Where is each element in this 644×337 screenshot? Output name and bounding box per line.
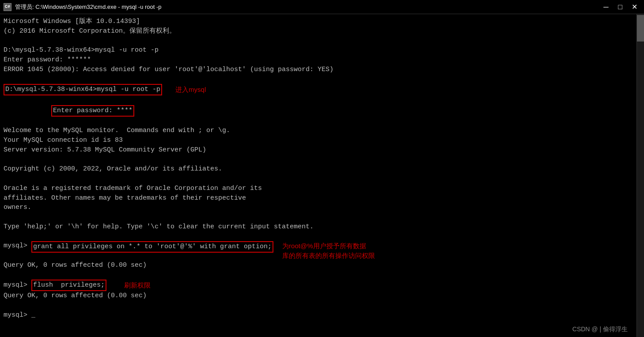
grant-cmd: grant all privileges on *.* to 'root'@'%… — [31, 241, 273, 253]
watermark: CSDN @ | 偷得浮生 — [572, 325, 628, 333]
line-blank-7 — [4, 270, 633, 280]
line-oracle2: affiliates. Other names may be trademark… — [4, 193, 633, 203]
line-win-version: Microsoft Windows [版本 10.0.14393] — [4, 17, 633, 27]
line-blank-5 — [4, 212, 633, 222]
line-blank-8 — [4, 301, 633, 310]
titlebar: C# 管理员: C:\Windows\System32\cmd.exe - my… — [0, 0, 644, 14]
grant-cmd-line: mysql> grant all privileges on *.* to 'r… — [4, 241, 375, 261]
line-server-version: Server version: 5.7.38 MySQL Community S… — [4, 145, 633, 155]
flush-block: mysql> flush privileges; 刷新权限 — [4, 280, 633, 291]
flush-cmd-line: mysql> flush privileges; 刷新权限 — [4, 280, 151, 291]
line-blank-2 — [4, 75, 633, 84]
grant-left: mysql> grant all privileges on *.* to 'r… — [4, 241, 375, 261]
line-prompt: mysql> _ — [4, 310, 633, 320]
password-line: Enter password: **** — [51, 105, 134, 117]
enter-mysql-block: D:\mysql-5.7.38-winx64>mysql -u root -p … — [4, 84, 633, 126]
window: C# 管理员: C:\Windows\System32\cmd.exe - my… — [0, 0, 644, 337]
close-button[interactable]: ✕ — [628, 2, 640, 12]
grant-block: mysql> grant all privileges on *.* to 'r… — [4, 241, 633, 261]
grant-annotation: 为root@%用户授予所有数据 库的所有表的所有操作访问权限 — [282, 241, 375, 261]
line-copyright: Copyright (c) 2000, 2022, Oracle and/or … — [4, 164, 633, 174]
enter-mysql-lines: D:\mysql-5.7.38-winx64>mysql -u root -p … — [4, 84, 206, 126]
window-body: Microsoft Windows [版本 10.0.14393] (c) 20… — [0, 14, 644, 337]
maximize-button[interactable]: □ — [614, 2, 626, 12]
line-grant-ok: Query OK, 0 rows affected (0.00 sec) — [4, 261, 633, 270]
minimize-button[interactable]: ─ — [600, 2, 612, 12]
line-win-copyright: (c) 2016 Microsoft Corporation。保留所有权利。 — [4, 27, 633, 36]
terminal: Microsoft Windows [版本 10.0.14393] (c) 20… — [0, 14, 636, 337]
line-blank-3 — [4, 155, 633, 165]
line-error: ERROR 1045 (28000): Access denied for us… — [4, 65, 633, 75]
scrollbar-thumb[interactable] — [637, 15, 644, 42]
window-controls: ─ □ ✕ — [600, 2, 640, 12]
line-flush-ok: Query OK, 0 rows affected (0.00 sec) — [4, 291, 633, 301]
cmd-icon: C# — [4, 3, 11, 11]
line-oracle1: Oracle is a registered trademark of Orac… — [4, 184, 633, 193]
flush-cmd: flush privileges; — [31, 280, 106, 291]
line-connection-id: Your MySQL connection id is 83 — [4, 136, 633, 145]
line-blank-1 — [4, 36, 633, 46]
annotation-enter-mysql: 进入mysql — [175, 85, 206, 95]
line-help: Type 'help;' or '\h' for help. Type '\c'… — [4, 222, 633, 232]
enter-mysql-cmd: D:\mysql-5.7.38-winx64>mysql -u root -p — [4, 84, 162, 95]
titlebar-left: C# 管理员: C:\Windows\System32\cmd.exe - my… — [4, 3, 162, 11]
annotation-flush: 刷新权限 — [124, 280, 151, 290]
line-welcome: Welcome to the MySQL monitor. Commands e… — [4, 126, 633, 136]
window-title: 管理员: C:\Windows\System32\cmd.exe - mysql… — [15, 3, 162, 11]
line-first-password: Enter password: ****** — [4, 55, 633, 65]
line-blank-6 — [4, 232, 633, 242]
line-blank-4 — [4, 174, 633, 184]
enter-mysql-cmd-line: D:\mysql-5.7.38-winx64>mysql -u root -p … — [4, 84, 206, 95]
line-first-cmd: D:\mysql-5.7.38-winx64>mysql -u root -p — [4, 45, 633, 55]
line-second-password: Enter password: **** — [4, 95, 206, 126]
line-oracle3: owners. — [4, 203, 633, 212]
scrollbar[interactable] — [636, 14, 644, 337]
